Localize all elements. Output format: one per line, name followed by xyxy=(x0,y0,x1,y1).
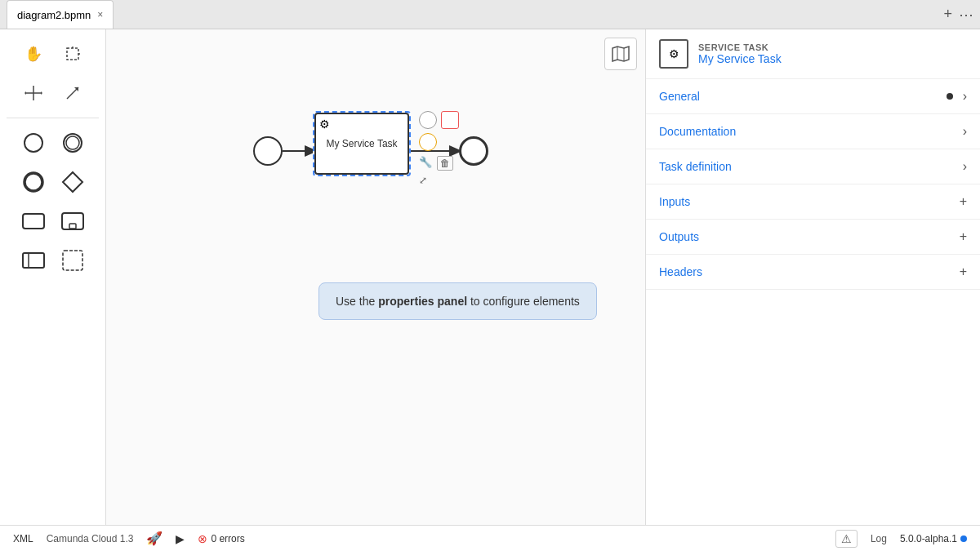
section-headers-label: Headers xyxy=(659,265,960,278)
task-definition-expand-icon[interactable]: › xyxy=(963,159,967,174)
error-icon: ⊗ xyxy=(198,532,207,545)
gear-icon: ⚙ xyxy=(319,118,330,131)
delete-icon[interactable]: 🗑 xyxy=(437,156,453,171)
general-indicator-dot xyxy=(947,93,953,100)
service-task-inner: ⚙ My Service Task xyxy=(314,113,409,175)
tooltip-box: Use the properties panel to configure el… xyxy=(318,282,597,320)
task-toolbar-icons: 🔧 🗑 xyxy=(419,156,453,171)
section-outputs[interactable]: Outputs + xyxy=(646,220,980,255)
pool-button[interactable] xyxy=(16,242,51,278)
engine-label[interactable]: Camunda Cloud 1.3 xyxy=(47,533,134,544)
section-documentation[interactable]: Documentation › xyxy=(646,114,980,149)
section-headers[interactable]: Headers + xyxy=(646,255,980,290)
svg-point-11 xyxy=(66,136,79,149)
svg-point-12 xyxy=(24,173,42,191)
svg-rect-0 xyxy=(67,48,78,60)
end-event-button[interactable] xyxy=(16,164,51,200)
tooltip-text-after: to configure elements xyxy=(467,295,580,308)
task-action-row-2 xyxy=(419,133,459,151)
error-badge[interactable]: ⊗ 0 errors xyxy=(198,532,244,545)
service-task-label: My Service Task xyxy=(326,138,397,149)
tooltip-bold: properties panel xyxy=(378,295,467,308)
tab-actions: + ⋯ xyxy=(943,6,973,24)
start-event-button[interactable] xyxy=(16,125,51,161)
more-tabs-button[interactable]: ⋯ xyxy=(959,6,973,24)
start-event[interactable] xyxy=(253,136,283,166)
hand-tool-button[interactable]: ✋ xyxy=(16,36,51,72)
svg-marker-5 xyxy=(24,91,26,95)
tooltip-text-before: Use the xyxy=(336,295,378,308)
section-task-definition[interactable]: Task definition › xyxy=(646,149,980,184)
section-inputs-label: Inputs xyxy=(659,195,960,208)
bpmn-arrows xyxy=(106,29,645,525)
map-button[interactable] xyxy=(604,38,637,70)
tab-bar: diagram2.bpmn × + ⋯ xyxy=(0,0,980,29)
svg-rect-14 xyxy=(23,214,44,229)
main-area: ✋ xyxy=(0,29,980,525)
toolbar-row-3 xyxy=(7,125,99,161)
svg-rect-16 xyxy=(69,224,76,229)
add-tab-button[interactable]: + xyxy=(943,6,952,24)
toolbar-row-4 xyxy=(7,164,99,200)
task-button[interactable] xyxy=(16,203,51,239)
section-task-definition-label: Task definition xyxy=(659,160,963,173)
toolbar-row-2 xyxy=(7,75,99,111)
lasso-tool-button[interactable] xyxy=(55,36,91,72)
section-general[interactable]: General › xyxy=(646,79,980,114)
space-tool-button[interactable] xyxy=(16,75,51,111)
expand-icon[interactable]: ⤢ xyxy=(419,175,427,186)
panel-title-group: SERVICE TASK My Service Task xyxy=(698,42,782,65)
version-label: 5.0.0-alpha.1 xyxy=(900,533,957,544)
version-dot xyxy=(960,535,967,542)
svg-point-9 xyxy=(24,134,42,152)
append-end-icon[interactable] xyxy=(441,111,459,129)
log-button[interactable]: Log xyxy=(871,533,887,544)
connect-tool-button[interactable] xyxy=(55,75,91,111)
svg-rect-19 xyxy=(63,251,82,270)
end-event[interactable] xyxy=(459,136,488,166)
spacer xyxy=(441,133,448,151)
section-inputs[interactable]: Inputs + xyxy=(646,184,980,220)
tab-close-button[interactable]: × xyxy=(97,9,103,20)
svg-rect-17 xyxy=(23,253,44,268)
intermediate-event-button[interactable] xyxy=(55,125,91,161)
section-outputs-label: Outputs xyxy=(659,230,960,243)
gateway-button[interactable] xyxy=(55,164,91,200)
toolbar-row-6 xyxy=(7,242,99,278)
service-task-icon: ⚙ xyxy=(669,47,679,60)
annotation-button[interactable] xyxy=(55,242,91,278)
subprocess-button[interactable] xyxy=(55,203,91,239)
left-toolbar: ✋ xyxy=(0,29,106,525)
error-count: 0 errors xyxy=(211,533,244,544)
general-expand-icon[interactable]: › xyxy=(963,89,967,104)
panel-header: ⚙ SERVICE TASK My Service Task xyxy=(646,29,980,79)
play-button[interactable]: ▶ xyxy=(176,532,185,545)
wrench-icon[interactable]: 🔧 xyxy=(419,156,432,171)
right-panel: ⚙ SERVICE TASK My Service Task General ›… xyxy=(645,29,980,525)
headers-add-icon[interactable]: + xyxy=(960,264,967,279)
panel-element-type: SERVICE TASK xyxy=(698,42,782,52)
panel-element-name: My Service Task xyxy=(698,52,782,65)
append-event-icon[interactable] xyxy=(419,111,437,129)
canvas[interactable]: ⚙ My Service Task 🔧 🗑 ⤢ Use the xyxy=(106,29,645,525)
append-gateway-intermediate-icon[interactable] xyxy=(419,133,437,151)
toolbar-row-5 xyxy=(7,203,99,239)
inputs-add-icon[interactable]: + xyxy=(960,194,967,209)
outputs-add-icon[interactable]: + xyxy=(960,229,967,244)
panel-element-icon: ⚙ xyxy=(659,39,688,69)
format-label[interactable]: XML xyxy=(13,533,33,544)
service-task[interactable]: ⚙ My Service Task xyxy=(313,111,411,176)
tab-diagram2[interactable]: diagram2.bpmn × xyxy=(7,0,114,29)
section-documentation-label: Documentation xyxy=(659,125,963,138)
toolbar-row-1: ✋ xyxy=(7,36,99,72)
task-action-icons xyxy=(419,111,459,151)
version-badge: 5.0.0-alpha.1 xyxy=(900,533,967,544)
deploy-button[interactable]: 🚀 xyxy=(146,531,163,546)
svg-marker-20 xyxy=(612,47,629,61)
svg-marker-6 xyxy=(41,91,42,95)
svg-rect-15 xyxy=(62,213,83,229)
bottom-bar: XML Camunda Cloud 1.3 🚀 ▶ ⊗ 0 errors ⚠ L… xyxy=(0,525,980,551)
task-action-row-1 xyxy=(419,111,459,129)
documentation-expand-icon[interactable]: › xyxy=(963,124,967,139)
alert-button[interactable]: ⚠ xyxy=(835,530,858,548)
